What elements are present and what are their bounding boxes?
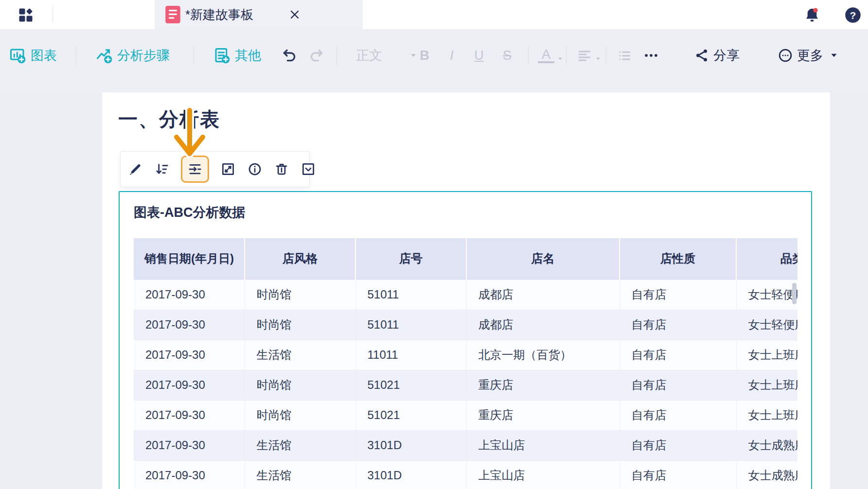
table-cell: 11011 <box>355 340 466 370</box>
analysis-steps-icon <box>95 47 113 64</box>
more-formats-button[interactable] <box>643 42 659 69</box>
fullscreen-icon[interactable] <box>220 161 236 177</box>
column-header: 店名 <box>466 238 620 279</box>
align-icon <box>577 48 592 63</box>
widget-toolbar <box>120 151 310 187</box>
table-header-row: 销售日期(年月日)店风格店号店名店性质品类 <box>134 238 797 279</box>
chevron-down-icon <box>831 54 836 57</box>
table-row: 2017-09-30生活馆11011北京一期（百货）自有店女士上班服 <box>134 340 797 370</box>
table-row: 2017-09-30时尚馆51021重庆店自有店女士上班服 <box>134 400 797 430</box>
undo-button[interactable] <box>281 42 298 69</box>
table-cell: 上宝山店 <box>466 460 620 489</box>
app-logo[interactable] <box>17 6 35 24</box>
paragraph-style-select[interactable]: 正文 <box>356 42 417 69</box>
analysis-steps-button[interactable]: 分析步骤 <box>95 42 170 69</box>
table-cell: 女士轻便服 <box>736 279 797 310</box>
column-header: 品类 <box>736 238 797 279</box>
toolbar-divider <box>337 47 337 65</box>
strikethrough-label: S <box>499 48 515 63</box>
add-other-button[interactable]: 其他 <box>213 42 261 69</box>
chart-card[interactable]: 图表-ABC分析数据 销售日期(年月日)店风格店号店名店性质品类 2017-09… <box>119 191 812 489</box>
list-icon <box>617 48 632 63</box>
table-cell: 北京一期（百货） <box>466 340 620 370</box>
list-button[interactable] <box>617 42 632 69</box>
more-button[interactable]: 更多 <box>778 42 837 69</box>
table-cell: 51021 <box>355 370 466 400</box>
toolbar-divider <box>194 47 194 65</box>
table-cell: 女士成熟服 <box>736 430 797 460</box>
share-icon <box>694 48 709 63</box>
underline-label: U <box>471 48 487 63</box>
toolbar-divider <box>528 47 529 65</box>
collapse-icon[interactable] <box>301 161 316 177</box>
table-row: 2017-09-30时尚馆51011成都店自有店女士轻便服 <box>134 279 797 310</box>
sort-descending-icon[interactable] <box>154 161 170 177</box>
section-heading[interactable]: 一、分析表 <box>118 106 220 133</box>
table-cell: 2017-09-30 <box>134 340 245 370</box>
chart-card-title: 图表-ABC分析数据 <box>134 204 246 221</box>
underline-button[interactable]: U <box>471 42 487 69</box>
table-cell: 自有店 <box>620 310 736 340</box>
bold-label: B <box>416 48 433 63</box>
chevron-down-icon <box>411 54 416 57</box>
circle-ellipsis-icon <box>778 48 793 63</box>
column-header: 销售日期(年月日) <box>134 238 245 279</box>
move-to-step-icon[interactable] <box>181 156 209 183</box>
table-cell: 3101D <box>355 460 466 489</box>
edit-icon[interactable] <box>127 161 143 177</box>
table-cell: 自有店 <box>620 279 736 310</box>
strikethrough-button[interactable]: S <box>499 42 515 69</box>
align-button[interactable] <box>577 42 602 69</box>
table-cell: 自有店 <box>620 400 736 430</box>
chevron-down-icon <box>558 58 562 60</box>
redo-icon <box>308 47 325 64</box>
add-other-label: 其他 <box>235 47 261 64</box>
paragraph-style-label: 正文 <box>356 47 382 64</box>
table-cell: 自有店 <box>620 340 736 370</box>
table-row: 2017-09-30生活馆3101D上宝山店自有店女士成熟服 <box>134 460 797 489</box>
share-button[interactable]: 分享 <box>694 42 740 69</box>
table-cell: 自有店 <box>620 430 736 460</box>
table-cell: 51021 <box>355 400 466 430</box>
table-cell: 自有店 <box>620 370 736 400</box>
table-cell: 成都店 <box>466 279 620 310</box>
table-cell: 时尚馆 <box>245 279 355 310</box>
table-cell: 2017-09-30 <box>134 460 245 489</box>
table-cell: 女士成熟服 <box>736 460 797 489</box>
svg-text:?: ? <box>850 10 856 21</box>
undo-icon <box>281 47 298 64</box>
table-cell: 女士轻便服 <box>736 310 797 340</box>
chevron-down-icon <box>596 58 600 60</box>
table-cell: 2017-09-30 <box>134 430 245 460</box>
redo-button[interactable] <box>308 42 325 69</box>
storyboard-tab[interactable]: *新建故事板 <box>155 0 363 29</box>
format-toolbar: 图表 分析步骤 其他 正文 <box>0 29 868 92</box>
table-cell: 女士上班服 <box>736 370 797 400</box>
help-icon[interactable]: ? <box>844 6 862 24</box>
notification-bell-icon[interactable] <box>803 6 821 24</box>
delete-icon[interactable] <box>274 161 289 177</box>
document-icon <box>165 6 180 23</box>
table-cell: 生活馆 <box>245 340 355 370</box>
table-row: 2017-09-30生活馆3101D上宝山店自有店女士成熟服 <box>134 430 797 460</box>
font-color-button[interactable]: A <box>538 42 564 69</box>
info-icon[interactable] <box>247 161 263 177</box>
table-cell: 重庆店 <box>466 400 620 430</box>
bold-button[interactable]: B <box>416 42 433 69</box>
table-cell: 3101D <box>355 430 466 460</box>
italic-button[interactable]: I <box>443 42 460 69</box>
ellipsis-icon <box>643 47 659 64</box>
table-row: 2017-09-30时尚馆51021重庆店自有店女士上班服 <box>134 370 797 400</box>
chart-add-icon <box>9 47 26 64</box>
app-grid-icon <box>17 6 35 24</box>
tab-close-icon[interactable] <box>287 7 302 22</box>
table-cell: 2017-09-30 <box>134 400 245 430</box>
more-label: 更多 <box>797 47 823 64</box>
add-chart-button[interactable]: 图表 <box>9 42 57 69</box>
table-cell: 生活馆 <box>245 460 355 489</box>
table-cell: 女士上班服 <box>736 340 797 370</box>
toolbar-divider <box>566 47 567 65</box>
add-chart-label: 图表 <box>31 47 57 64</box>
table-scrollbar-thumb[interactable] <box>792 283 797 304</box>
table-cell: 女士上班服 <box>736 400 797 430</box>
